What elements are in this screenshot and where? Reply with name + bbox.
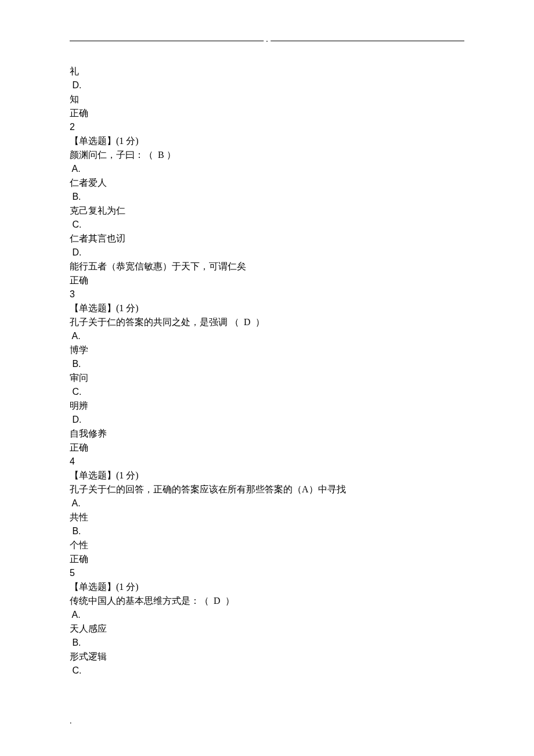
text-line: A. (70, 162, 464, 176)
text-line: 礼 (70, 64, 464, 78)
text-line: 能行五者（恭宽信敏惠）于天下，可谓仁矣 (70, 260, 464, 273)
text-line: 仁者其言也讱 (70, 232, 464, 246)
text-line: 正确 (70, 552, 464, 566)
text-line: 孔子关于仁的回答，正确的答案应该在所有那些答案的（A）中寻找 (70, 483, 464, 496)
header-rule: . (70, 41, 464, 41)
text-line: 5 (70, 566, 464, 580)
text-line: 明辨 (70, 399, 464, 413)
text-line: 【单选题】(1 分) (70, 469, 464, 483)
text-line: 【单选题】(1 分) (70, 134, 464, 148)
text-line: B. (70, 524, 464, 538)
text-line: C. (70, 385, 464, 399)
document-body: 礼 D.知正确2【单选题】(1 分)颜渊问仁，子曰：（ B ） A.仁者爱人 B… (70, 64, 464, 678)
text-line: 3 (70, 287, 464, 301)
text-line: 天人感应 (70, 622, 464, 636)
text-line: C. (70, 664, 464, 678)
text-line: 孔子关于仁的答案的共同之处，是强调 （ D ） (70, 315, 464, 329)
text-line: 2 (70, 120, 464, 134)
text-line: B. (70, 636, 464, 650)
text-line: 【单选题】(1 分) (70, 580, 464, 594)
text-line: A. (70, 608, 464, 622)
text-line: 审问 (70, 371, 464, 385)
text-line: D. (70, 246, 464, 260)
text-line: 颜渊问仁，子曰：（ B ） (70, 148, 464, 162)
text-line: 正确 (70, 441, 464, 455)
text-line: B. (70, 357, 464, 371)
text-line: B. (70, 190, 464, 204)
text-line: 克己复礼为仁 (70, 204, 464, 218)
text-line: 自我修养 (70, 427, 464, 441)
text-line: D. (70, 413, 464, 427)
text-line: 正确 (70, 106, 464, 120)
text-line: 博学 (70, 343, 464, 357)
text-line: 共性 (70, 510, 464, 524)
text-line: 仁者爱人 (70, 176, 464, 190)
text-line: A. (70, 496, 464, 510)
footer-dot: . (70, 715, 72, 727)
text-line: 形式逻辑 (70, 650, 464, 664)
text-line: D. (70, 78, 464, 92)
text-line: 4 (70, 455, 464, 469)
text-line: 正确 (70, 273, 464, 287)
text-line: 知 (70, 92, 464, 106)
text-line: 【单选题】(1 分) (70, 301, 464, 315)
text-line: 个性 (70, 538, 464, 552)
text-line: A. (70, 329, 464, 343)
header-dot: . (264, 33, 270, 45)
text-line: C. (70, 218, 464, 232)
document-page: . 礼 D.知正确2【单选题】(1 分)颜渊问仁，子曰：（ B ） A.仁者爱人… (0, 0, 534, 756)
text-line: 传统中国人的基本思维方式是：（ D ） (70, 594, 464, 608)
